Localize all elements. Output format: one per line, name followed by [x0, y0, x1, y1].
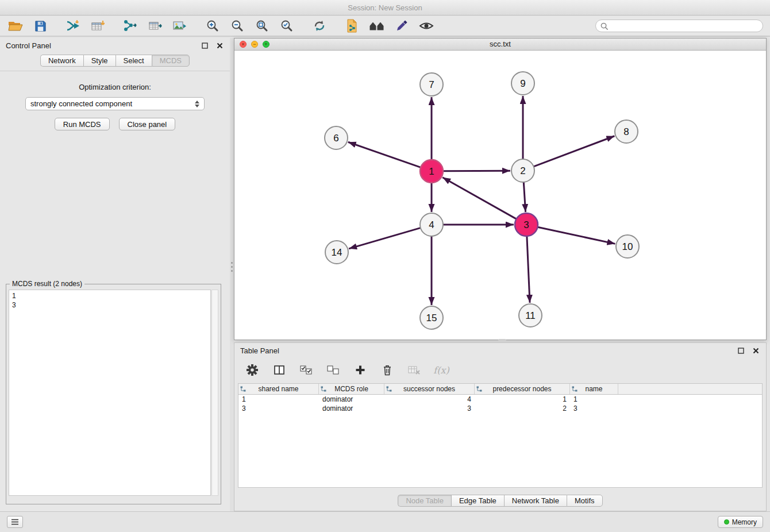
column-type-icon	[476, 386, 482, 392]
search-field[interactable]	[595, 20, 763, 32]
float-table-panel-button[interactable]	[736, 346, 745, 355]
new-network-button[interactable]	[122, 18, 139, 34]
status-menu-button[interactable]	[7, 516, 23, 528]
edge-3-11[interactable]	[527, 236, 530, 303]
node-label-8: 8	[623, 126, 629, 137]
column-header-shared-name[interactable]: shared name	[238, 384, 319, 394]
search-input[interactable]	[611, 22, 758, 30]
table-settings-button[interactable]	[244, 362, 261, 378]
function-builder-button[interactable]: f(x)	[433, 362, 450, 378]
close-panel-action-button[interactable]: Close panel	[119, 118, 176, 130]
trash-icon	[382, 364, 392, 376]
gear-icon	[247, 364, 258, 376]
node-label-3: 3	[523, 219, 529, 230]
tab-motifs[interactable]: Motifs	[567, 495, 603, 507]
close-window-button[interactable]: ×	[240, 41, 247, 48]
node-table: shared nameMCDS rolesuccessor nodesprede…	[238, 383, 763, 488]
new-table-button[interactable]	[147, 18, 164, 34]
table-row[interactable]: 3dominator323	[238, 404, 762, 413]
export-image-button[interactable]	[171, 18, 188, 34]
edge-1-6[interactable]	[348, 142, 421, 167]
eye-icon	[419, 21, 434, 31]
close-panel-button[interactable]	[215, 41, 224, 50]
network-window-title: scc.txt	[490, 40, 511, 48]
node-label-15: 15	[426, 313, 437, 323]
table-panel-tabs: Node TableEdge TableNetwork TableMotifs	[234, 495, 766, 507]
paintbrush-icon	[395, 20, 408, 32]
horizontal-splitter-handle[interactable]	[498, 339, 506, 341]
image-export-icon	[173, 20, 187, 32]
select-all-rows-button[interactable]	[298, 362, 315, 378]
column-type-icon	[240, 386, 246, 392]
window-title: Session: New Session	[348, 3, 422, 12]
tab-network-table[interactable]: Network Table	[504, 495, 567, 507]
column-header-successor-nodes[interactable]: successor nodes	[384, 384, 475, 394]
result-line: 1	[12, 291, 207, 300]
edge-1-2[interactable]	[443, 171, 510, 171]
plus-icon	[355, 365, 365, 375]
edge-4-14[interactable]	[349, 228, 421, 249]
table-cell: dominator	[319, 404, 384, 413]
result-scrollbar[interactable]	[211, 290, 218, 496]
tab-network[interactable]: Network	[40, 55, 83, 67]
import-table-button[interactable]	[89, 18, 106, 34]
refresh-tool-group	[311, 18, 328, 34]
network-canvas[interactable]: 7968124314101511	[234, 51, 766, 340]
tab-select[interactable]: Select	[116, 55, 152, 67]
zoom-out-button[interactable]	[229, 18, 246, 34]
delete-row-button[interactable]	[379, 362, 396, 378]
misc-tool-group	[344, 18, 435, 34]
tab-style[interactable]: Style	[83, 55, 116, 67]
table-cell: 3	[384, 404, 475, 413]
toggle-graphics-button[interactable]	[418, 18, 435, 34]
memory-button[interactable]: Memory	[718, 516, 763, 528]
refresh-view-button[interactable]	[311, 18, 328, 34]
close-table-panel-button[interactable]	[751, 346, 760, 355]
tab-edge-table[interactable]: Edge Table	[451, 495, 504, 507]
open-session-button[interactable]	[7, 18, 24, 34]
table-cell: 1	[475, 395, 570, 403]
minimize-window-button[interactable]: −	[251, 41, 258, 48]
import-network-button[interactable]	[64, 18, 82, 34]
run-mcds-button[interactable]: Run MCDS	[55, 118, 110, 130]
zoom-in-button[interactable]	[204, 18, 221, 34]
first-neighbors-button[interactable]	[368, 18, 386, 34]
clone-network-button[interactable]	[344, 18, 361, 34]
result-line: 3	[12, 300, 207, 310]
table-body: 1dominator4113dominator323	[238, 395, 762, 413]
node-label-11: 11	[525, 310, 536, 321]
open-folder-icon	[8, 20, 23, 32]
deselect-all-rows-button[interactable]	[325, 362, 342, 378]
tab-node-table[interactable]: Node Table	[398, 495, 451, 507]
column-header-name[interactable]: name	[570, 384, 618, 394]
table-cell: 2	[475, 404, 570, 413]
table-cell: dominator	[319, 395, 384, 403]
zoom-in-icon	[206, 20, 219, 32]
zoom-fit-button[interactable]	[253, 18, 271, 34]
network-window-titlebar[interactable]: × − + scc.txt	[234, 38, 766, 51]
edge-2-3[interactable]	[523, 182, 525, 212]
edge-3-10[interactable]	[538, 227, 615, 244]
float-panel-button[interactable]	[200, 41, 209, 50]
fx-icon: f(x)	[433, 365, 449, 376]
zoom-selected-button[interactable]	[278, 18, 295, 34]
table-header-row: shared nameMCDS rolesuccessor nodesprede…	[238, 384, 762, 395]
tab-mcds[interactable]: MCDS	[152, 55, 190, 67]
toggle-columns-button[interactable]	[271, 362, 288, 378]
control-panel-header: Control Panel	[0, 38, 230, 53]
maximize-window-button[interactable]: +	[263, 41, 270, 48]
optimization-criterion-dropdown[interactable]: strongly connected component	[25, 97, 205, 110]
edge-2-8[interactable]	[534, 136, 615, 167]
add-row-button[interactable]	[352, 362, 369, 378]
panel-splitter[interactable]	[230, 38, 234, 511]
delete-table-button[interactable]	[406, 362, 423, 378]
column-header-predecessor-nodes[interactable]: predecessor nodes	[475, 384, 570, 394]
column-type-icon	[321, 386, 326, 392]
edge-3-1[interactable]	[442, 178, 516, 219]
save-session-button[interactable]	[32, 18, 49, 34]
mcds-result-list[interactable]: 13	[9, 290, 211, 496]
table-row[interactable]: 1dominator411	[238, 395, 762, 404]
two-homes-icon	[368, 20, 386, 32]
apply-style-button[interactable]	[393, 18, 410, 34]
column-header-MCDS-role[interactable]: MCDS role	[319, 384, 384, 394]
